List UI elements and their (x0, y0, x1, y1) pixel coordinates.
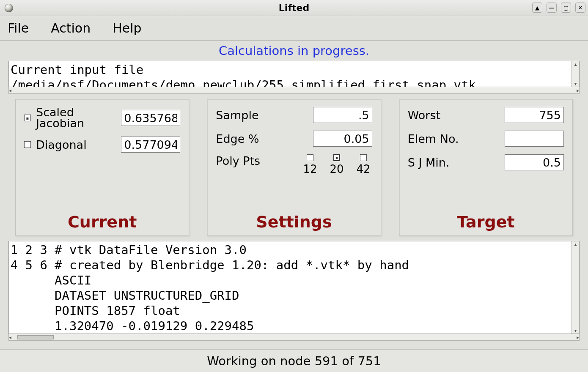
close-button[interactable]: ✕ (575, 3, 585, 13)
menubar: File Action Help (0, 16, 588, 41)
polypts-20-checkbox[interactable] (333, 154, 340, 161)
sample-label: Sample (216, 109, 313, 122)
status-bar: Working on node 591 of 751 (0, 349, 588, 372)
scaled-jacobian-value[interactable] (121, 110, 180, 126)
polypts-12-checkbox[interactable] (307, 154, 313, 161)
elemno-label: Elem No. (408, 132, 505, 145)
log-vscrollbar[interactable]: ▴ ▾ (572, 61, 579, 87)
progress-status-text: Calculations in progress. (219, 44, 369, 58)
polypts-42[interactable]: 42 (357, 154, 371, 175)
titlebar: Lifted ▲ — ▢ ✕ (0, 0, 588, 16)
scroll-down-icon[interactable]: ▾ (574, 81, 577, 87)
scroll-right-icon[interactable]: ▸ (577, 334, 579, 340)
sjmin-label: S J Min. (408, 156, 505, 169)
worst-label: Worst (408, 109, 505, 122)
scroll-right-icon[interactable]: ▸ (577, 88, 579, 93)
menu-help[interactable]: Help (110, 18, 144, 38)
polypts-12[interactable]: 12 (303, 154, 317, 175)
scroll-left-icon[interactable]: ◂ (9, 88, 11, 93)
polypts-label: Poly Pts (216, 154, 303, 167)
editor-content[interactable]: # vtk DataFile Version 3.0 # created by … (51, 241, 572, 334)
scroll-left-icon[interactable]: ◂ (9, 334, 11, 340)
panel-target: Worst Elem No. S J Min. Target (399, 99, 573, 236)
log-output: Current input file /media/nsf/Documents/… (8, 61, 580, 87)
polypts-12-label: 12 (303, 163, 317, 175)
panel-current-title: Current (24, 213, 180, 231)
status-bar-text: Working on node 591 of 751 (207, 354, 381, 368)
menu-file[interactable]: File (5, 18, 31, 38)
scaled-jacobian-checkbox[interactable] (24, 115, 31, 121)
editor: 1 2 3 4 5 6 # vtk DataFile Version 3.0 #… (8, 241, 580, 334)
polypts-42-checkbox[interactable] (360, 154, 367, 161)
elemno-input[interactable] (505, 131, 564, 147)
edge-label: Edge % (216, 132, 313, 145)
window-title: Lifted (279, 3, 309, 13)
diagonal-checkbox[interactable] (24, 141, 31, 148)
polypts-42-label: 42 (357, 163, 371, 175)
polypts-20-label: 20 (330, 163, 343, 175)
scroll-down-icon[interactable]: ▾ (574, 328, 577, 334)
panels: Scaled Jacobian Diagonal Current Sample … (0, 94, 588, 236)
sample-input[interactable] (313, 107, 372, 123)
editor-gutter: 1 2 3 4 5 6 (9, 241, 51, 334)
maximize-button[interactable]: ▢ (561, 3, 571, 13)
scroll-up-icon[interactable]: ▴ (574, 61, 577, 67)
editor-hscrollbar[interactable]: ◂ ▸ (8, 334, 580, 341)
up-arrow-icon[interactable]: ▲ (532, 3, 542, 13)
scaled-jacobian-label: Scaled Jacobian (36, 107, 121, 129)
window-controls: ▲ — ▢ ✕ (532, 3, 585, 13)
diagonal-value[interactable] (121, 137, 180, 153)
hscroll-thumb[interactable] (17, 335, 54, 339)
sjmin-input[interactable] (505, 154, 564, 170)
polypts-group: 12 20 42 (303, 154, 372, 175)
worst-input[interactable] (505, 107, 564, 123)
diagonal-label: Diagonal (36, 138, 121, 151)
panel-settings: Sample Edge % Poly Pts 12 20 (207, 99, 381, 236)
log-hscrollbar[interactable]: ◂ ▸ (8, 87, 580, 94)
panel-current: Scaled Jacobian Diagonal Current (15, 99, 189, 236)
editor-vscrollbar[interactable]: ▴ ▾ (572, 241, 579, 334)
minimize-button[interactable]: — (547, 3, 557, 13)
menu-action[interactable]: Action (48, 18, 93, 38)
panel-target-title: Target (408, 213, 564, 231)
panel-settings-title: Settings (216, 213, 372, 231)
polypts-20[interactable]: 20 (330, 154, 343, 175)
svg-point-0 (5, 4, 13, 12)
log-text[interactable]: Current input file /media/nsf/Documents/… (9, 61, 572, 87)
edge-input[interactable] (313, 131, 372, 147)
progress-status: Calculations in progress. (0, 41, 588, 61)
scroll-up-icon[interactable]: ▴ (574, 241, 577, 247)
app-icon (3, 2, 15, 14)
